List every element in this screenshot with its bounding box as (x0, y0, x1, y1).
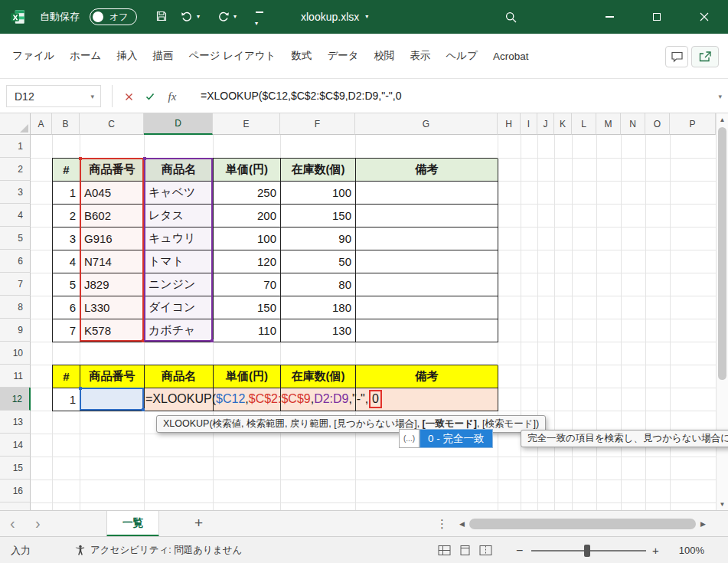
products-cell-r3c3[interactable]: 250 (214, 182, 281, 205)
zoom-percentage[interactable]: 100% (666, 537, 704, 563)
row-header-3[interactable]: 3 (0, 181, 31, 204)
products-cell-r7c3[interactable]: 70 (214, 273, 281, 296)
lookup-header-5[interactable]: 備考 (356, 365, 498, 388)
row-header-13[interactable]: 13 (0, 411, 31, 434)
lookup-header-0[interactable]: # (53, 365, 80, 388)
products-cell-r6c5[interactable] (356, 250, 498, 273)
products-cell-r8c4[interactable]: 180 (281, 296, 356, 319)
tab-file[interactable]: ファイル (5, 34, 62, 78)
products-cell-r8c2[interactable]: ダイコン (145, 296, 214, 319)
zoom-in-button[interactable]: + (652, 537, 659, 563)
row-header-2[interactable]: 2 (0, 158, 31, 181)
column-header-J[interactable]: J (537, 113, 554, 135)
lookup-header-2[interactable]: 商品名 (145, 365, 214, 388)
products-cell-r9c5[interactable] (356, 319, 498, 342)
products-cell-r3c4[interactable]: 100 (281, 182, 356, 205)
row-header-14[interactable]: 14 (0, 434, 31, 457)
tab-view[interactable]: 表示 (403, 34, 439, 78)
sheet-tab-ichiran[interactable]: 一覧 (106, 511, 159, 537)
products-cell-r4c4[interactable]: 150 (281, 205, 356, 227)
scroll-up-icon[interactable]: ▲ (717, 113, 728, 126)
products-cell-r6c4[interactable]: 50 (281, 250, 356, 273)
excel-app-icon[interactable] (9, 8, 26, 25)
products-cell-r3c2[interactable]: キャベツ (145, 182, 214, 205)
hscroll-left-icon[interactable]: ◀ (459, 511, 465, 537)
undo-dropdown-icon[interactable]: ▾ (197, 14, 200, 20)
lookup-header-1[interactable]: 商品番号 (80, 365, 145, 388)
autosave-toggle[interactable]: オフ (90, 8, 137, 25)
row-header-11[interactable]: 11 (0, 365, 31, 388)
products-header-4[interactable]: 在庫数(個) (281, 159, 356, 182)
document-title-button[interactable]: xlookup.xlsx ▾ (301, 0, 368, 34)
products-cell-r5c5[interactable] (356, 227, 498, 250)
tab-help[interactable]: ヘルプ (439, 34, 485, 78)
lookup-header-3[interactable]: 単価(円) (214, 365, 281, 388)
lookup-cell-c12[interactable] (80, 388, 145, 411)
close-button[interactable] (681, 0, 728, 34)
zoom-slider-thumb[interactable] (584, 545, 590, 557)
products-cell-r8c5[interactable] (356, 296, 498, 319)
products-header-2[interactable]: 商品名 (145, 159, 214, 182)
products-cell-r5c0[interactable]: 3 (53, 227, 80, 250)
insert-function-button[interactable]: fx (163, 87, 181, 106)
products-cell-r4c2[interactable]: レタス (145, 205, 214, 227)
tab-draw[interactable]: 描画 (145, 34, 181, 78)
share-button[interactable] (691, 46, 719, 67)
products-cell-r7c5[interactable] (356, 273, 498, 296)
products-cell-r6c1[interactable]: N714 (80, 250, 145, 273)
lookup-header-4[interactable]: 在庫数(個) (281, 365, 356, 388)
name-box-dropdown-icon[interactable]: ▾ (90, 93, 94, 100)
products-cell-r6c2[interactable]: トマト (145, 250, 214, 273)
vertical-scrollbar[interactable]: ▲ ▼ (716, 113, 728, 510)
column-header-I[interactable]: I (521, 113, 537, 135)
products-cell-r5c2[interactable]: キュウリ (145, 227, 214, 250)
products-cell-r8c3[interactable]: 150 (214, 296, 281, 319)
column-header-N[interactable]: N (621, 113, 645, 135)
undo-button[interactable] (181, 10, 193, 25)
enter-button[interactable] (141, 87, 159, 106)
products-cell-r8c0[interactable]: 6 (53, 296, 80, 319)
column-header-D[interactable]: D (144, 113, 213, 135)
products-cell-r3c0[interactable]: 1 (53, 182, 80, 205)
row-header-9[interactable]: 9 (0, 319, 31, 342)
products-cell-r8c1[interactable]: L330 (80, 296, 145, 319)
products-cell-r4c5[interactable] (356, 205, 498, 227)
products-cell-r7c1[interactable]: J829 (80, 273, 145, 296)
products-header-3[interactable]: 単価(円) (214, 159, 281, 182)
column-header-O[interactable]: O (645, 113, 670, 135)
autocomplete-collapse-chip[interactable]: (...) (399, 429, 419, 448)
zoom-out-button[interactable]: − (516, 537, 523, 563)
column-header-A[interactable]: A (31, 113, 52, 135)
accessibility-status[interactable]: アクセシビリティ: 問題ありません (90, 537, 242, 563)
products-cell-r4c0[interactable]: 2 (53, 205, 80, 227)
column-header-P[interactable]: P (670, 113, 716, 135)
column-header-F[interactable]: F (280, 113, 355, 135)
products-cell-r7c2[interactable]: ニンジン (145, 273, 214, 296)
products-cell-r5c1[interactable]: G916 (80, 227, 145, 250)
column-header-B[interactable]: B (52, 113, 80, 135)
row-header-6[interactable]: 6 (0, 250, 31, 273)
sheet-nav-right-icon[interactable]: › (35, 511, 41, 537)
products-cell-r9c3[interactable]: 110 (214, 319, 281, 342)
page-break-view-button[interactable] (479, 545, 492, 558)
normal-view-button[interactable] (438, 545, 451, 558)
name-box[interactable]: D12 ▾ (6, 85, 101, 107)
sheet-nav-left-icon[interactable]: ‹ (10, 511, 15, 537)
products-cell-r7c4[interactable]: 80 (281, 273, 356, 296)
maximize-button[interactable] (633, 0, 681, 34)
row-header-12[interactable]: 12 (0, 388, 31, 411)
select-all-corner[interactable] (0, 113, 31, 135)
vertical-scroll-thumb[interactable] (718, 127, 726, 380)
products-cell-r6c3[interactable]: 120 (214, 250, 281, 273)
row-header-4[interactable]: 4 (0, 204, 31, 227)
products-cell-r3c5[interactable] (356, 182, 498, 205)
column-header-H[interactable]: H (498, 113, 521, 135)
row-header-1[interactable]: 1 (0, 135, 31, 158)
formula-input[interactable]: =XLOOKUP($C12,$C$2:$C$9,D2:D9,"-",0 (201, 79, 705, 113)
products-cell-r6c0[interactable]: 4 (53, 250, 80, 273)
products-cell-r5c4[interactable]: 90 (281, 227, 356, 250)
tab-insert[interactable]: 挿入 (109, 34, 145, 78)
column-header-L[interactable]: L (572, 113, 596, 135)
products-cell-r4c3[interactable]: 200 (214, 205, 281, 227)
tab-home[interactable]: ホーム (62, 34, 109, 78)
